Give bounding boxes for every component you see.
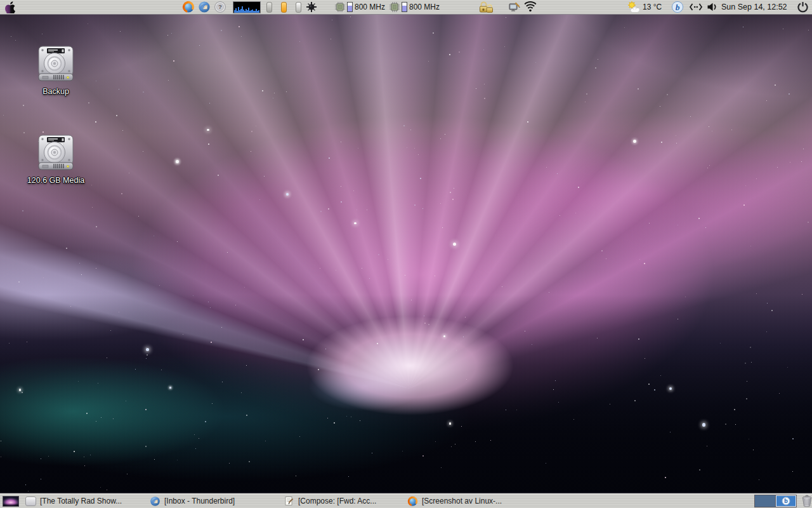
clock-label: Sun Sep 14, 12:52 — [721, 3, 787, 11]
weather-applet[interactable]: 13 °C — [627, 0, 662, 14]
remote-desktop-applet[interactable] — [508, 0, 521, 14]
system-monitor-applet[interactable] — [233, 1, 261, 13]
keyring-applet[interactable] — [477, 0, 494, 14]
desktop-icon-label: 120.6 GB Media — [27, 176, 84, 185]
top-panel: ? — [0, 0, 812, 15]
desktop-icon-label: Backup — [43, 87, 69, 96]
cpu-freq-label: 800 MHz — [355, 3, 385, 11]
weather-sun-cloud-icon — [627, 1, 641, 13]
workspace-2[interactable]: b — [775, 495, 796, 507]
workspace-1[interactable] — [755, 495, 775, 507]
cpu-freq-bar — [402, 2, 407, 12]
thunderbird-launcher[interactable] — [198, 0, 211, 14]
desktop-icon-backup[interactable]: Backup — [21, 46, 91, 97]
firefox-icon — [182, 1, 195, 13]
volume-applet[interactable] — [707, 0, 718, 14]
apple-logo-icon — [4, 1, 16, 13]
cpu-freq-bar — [347, 2, 353, 12]
b-applet[interactable]: b — [671, 0, 684, 14]
gray-bar-icon — [296, 2, 301, 13]
indicator-pill-1[interactable] — [266, 0, 272, 14]
system-monitor-graph — [233, 1, 261, 13]
power-icon — [797, 1, 809, 13]
network-idle-icon — [689, 2, 703, 12]
taskbar-window-firefox-screenshot[interactable]: [Screenshot av Linux-... — [405, 495, 525, 507]
window-button-label: [The Totally Rad Show... — [40, 497, 122, 505]
help-launcher[interactable]: ? — [214, 0, 226, 14]
network-monitor-applet[interactable] — [689, 0, 703, 14]
wifi-applet[interactable] — [524, 0, 537, 14]
padlock-icon — [477, 1, 494, 13]
firefox-icon — [407, 496, 418, 507]
desktop-icon-media[interactable]: 120.6 GB Media — [21, 135, 91, 185]
cpu-freq-label: 800 MHz — [409, 3, 440, 11]
wallpaper — [0, 0, 812, 508]
taskbar-window-totally-rad-show[interactable]: [The Totally Rad Show... — [23, 495, 147, 507]
window-button-label: [Compose: [Fwd: Acc... — [298, 497, 376, 505]
thunderbird-icon — [150, 496, 160, 507]
bottom-panel: [The Totally Rad Show... [Inbox - Thunde… — [0, 493, 812, 508]
orange-bar-icon — [281, 2, 287, 13]
shutdown-button[interactable] — [797, 0, 809, 14]
dark-starburst-icon — [306, 1, 317, 13]
window-button-label: [Screenshot av Linux-... — [422, 497, 502, 505]
cpu-freq-applet-1[interactable]: 800 MHz — [335, 0, 385, 14]
hard-disk-icon — [34, 135, 77, 171]
wifi-icon — [524, 1, 537, 13]
show-desktop-button[interactable] — [1, 495, 20, 507]
cpu-chip-icon — [335, 2, 345, 12]
help-icon: ? — [214, 1, 226, 13]
workspace-switcher: b — [754, 495, 797, 507]
speaker-icon — [707, 2, 718, 12]
desktop: Backup 120.6 GB Media — [0, 0, 812, 508]
thunderbird-icon — [198, 1, 211, 13]
b-logo-mini-icon: b — [782, 497, 790, 505]
temperature-label: 13 °C — [643, 3, 662, 11]
generic-app-icon — [25, 497, 36, 506]
tracker-applet[interactable] — [306, 0, 317, 14]
firefox-launcher[interactable] — [182, 0, 195, 14]
taskbar-window-compose[interactable]: [Compose: [Fwd: Acc... — [282, 495, 405, 507]
clock-applet[interactable]: Sun Sep 14, 12:52 — [721, 0, 787, 14]
taskbar-window-thunderbird-inbox[interactable]: [Inbox - Thunderbird] — [147, 495, 268, 507]
mail-compose-icon — [284, 496, 294, 506]
desktop-thumbnail-icon — [3, 496, 19, 507]
cpu-freq-applet-2[interactable]: 800 MHz — [390, 0, 440, 14]
trash-icon — [801, 495, 812, 507]
trash-applet[interactable] — [801, 495, 812, 507]
cpu-chip-icon — [390, 2, 400, 12]
screen-pencil-icon — [508, 1, 521, 13]
hard-disk-icon — [34, 46, 77, 83]
indicator-pill-2[interactable] — [281, 0, 287, 14]
gray-bar-icon — [266, 2, 272, 13]
window-button-label: [Inbox - Thunderbird] — [164, 497, 235, 505]
apple-menu-button[interactable] — [4, 0, 16, 14]
blue-b-icon: b — [671, 1, 684, 13]
svg-text:b: b — [676, 3, 680, 12]
indicator-pill-3[interactable] — [296, 0, 301, 14]
svg-text:?: ? — [218, 3, 222, 10]
